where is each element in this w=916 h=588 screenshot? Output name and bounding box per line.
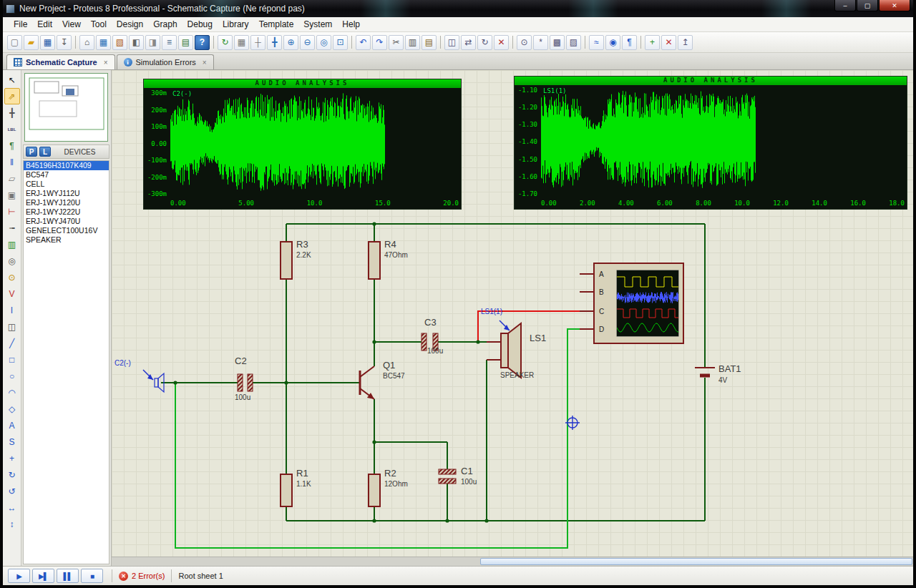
- menu-help[interactable]: Help: [337, 18, 365, 31]
- menu-system[interactable]: System: [298, 18, 337, 31]
- pan-button[interactable]: ╋: [267, 35, 282, 50]
- tab-close-icon[interactable]: ×: [104, 59, 108, 67]
- component-ref[interactable]: LS1: [530, 333, 546, 343]
- zoom-out-button[interactable]: ⊖: [300, 35, 315, 50]
- tape-recorder-mode[interactable]: ◎: [4, 253, 20, 269]
- virtual-instruments-mode[interactable]: ◫: [4, 318, 20, 335]
- buses-mode[interactable]: ‖: [4, 154, 20, 170]
- gerber-viewer-button[interactable]: ◨: [145, 35, 160, 50]
- play-button[interactable]: ▶: [8, 569, 30, 583]
- zoom-in-button[interactable]: ⊕: [283, 35, 298, 50]
- selection-mode[interactable]: ↖: [4, 72, 20, 88]
- pick-parts-button[interactable]: ⊙: [517, 35, 532, 50]
- component-mode[interactable]: ⇗: [4, 88, 20, 104]
- remove-sheet-button[interactable]: ✕: [661, 35, 676, 50]
- tab-schematic-capture[interactable]: Schematic Capture×: [6, 54, 115, 69]
- output-probe[interactable]: [500, 320, 510, 330]
- 3d-visualizer-button[interactable]: ◧: [129, 35, 144, 50]
- component-value[interactable]: 12Ohm: [384, 480, 408, 488]
- resistor-R1[interactable]: [281, 474, 292, 506]
- device-item[interactable]: SPEAKER: [24, 235, 109, 245]
- stop-button[interactable]: ■: [81, 569, 103, 583]
- probe-label[interactable]: LS1(1): [481, 308, 502, 315]
- voltage-probe-mode[interactable]: V: [4, 285, 20, 302]
- wire-to-scope-c[interactable]: [478, 311, 580, 342]
- horizontal-scrollbar[interactable]: [112, 557, 913, 566]
- pause-button[interactable]: ▌▌: [57, 569, 79, 583]
- device-item[interactable]: ERJ-1WYJ470U: [24, 217, 109, 226]
- make-device-button[interactable]: *: [533, 35, 548, 50]
- component-value[interactable]: 47Ohm: [384, 251, 408, 259]
- component-value[interactable]: BC547: [383, 372, 405, 380]
- 2d-circle-mode[interactable]: ○: [4, 368, 20, 384]
- component-value[interactable]: 100u: [427, 347, 443, 355]
- text-script-mode[interactable]: ¶: [4, 137, 20, 154]
- pcb-layout-button[interactable]: ▧: [112, 35, 127, 50]
- exit-to-parent-button[interactable]: ↥: [678, 35, 693, 50]
- device-item[interactable]: B45196H3107K409: [24, 161, 109, 170]
- paste-button[interactable]: ▤: [422, 35, 437, 50]
- 2d-arc-mode[interactable]: ◠: [4, 384, 20, 401]
- component-value[interactable]: 4V: [718, 376, 727, 384]
- schematic-canvas[interactable]: A B C D: [112, 70, 913, 566]
- graph-mode[interactable]: ▥: [4, 236, 20, 253]
- device-item[interactable]: ERJ-1WYJ222U: [24, 207, 109, 217]
- current-probe-mode[interactable]: I: [4, 302, 20, 318]
- block-move-button[interactable]: ⇄: [461, 35, 476, 50]
- undo-button[interactable]: ↶: [356, 35, 371, 50]
- redraw-button[interactable]: ↻: [218, 35, 233, 50]
- resistor-R2[interactable]: [369, 474, 380, 506]
- menu-graph[interactable]: Graph: [148, 18, 182, 31]
- rotate-clockwise[interactable]: ↻: [4, 466, 20, 483]
- close-button[interactable]: ✕: [879, 0, 910, 11]
- menu-tool[interactable]: Tool: [86, 18, 112, 31]
- pick-devices-button[interactable]: P: [26, 147, 37, 157]
- tab-simulation-errors[interactable]: iSimulation Errors×: [117, 54, 214, 69]
- speaker-LS1[interactable]: [487, 323, 521, 378]
- menu-library[interactable]: Library: [218, 18, 254, 31]
- 2d-path-mode[interactable]: ◇: [4, 401, 20, 417]
- import-project-button[interactable]: ↧: [57, 35, 72, 50]
- component-ref[interactable]: Q1: [383, 360, 395, 371]
- component-ref[interactable]: C2: [235, 356, 247, 366]
- block-delete-button[interactable]: ✕: [494, 35, 509, 50]
- tab-close-icon[interactable]: ×: [203, 59, 207, 67]
- menu-design[interactable]: Design: [112, 18, 148, 31]
- component-ref[interactable]: R4: [384, 239, 396, 250]
- zoom-all-button[interactable]: ◎: [316, 35, 331, 50]
- home-page-button[interactable]: ⌂: [79, 35, 94, 50]
- component-ref[interactable]: C3: [424, 317, 437, 328]
- mirror-horizontal[interactable]: ↔: [4, 499, 20, 516]
- 2d-box-mode[interactable]: □: [4, 351, 20, 368]
- subcircuit-mode[interactable]: ▱: [4, 170, 20, 187]
- zoom-area-button[interactable]: ⊡: [333, 35, 348, 50]
- menu-file[interactable]: File: [9, 18, 32, 31]
- rotate-anticlockwise[interactable]: ↺: [4, 483, 20, 499]
- toggle-grid-button[interactable]: ▦: [234, 35, 249, 50]
- component-value[interactable]: 1.1K: [296, 480, 311, 488]
- component-ref[interactable]: R1: [296, 468, 308, 479]
- resistor-R4[interactable]: [369, 242, 380, 279]
- terminals-mode[interactable]: ⊢: [4, 203, 20, 220]
- block-copy-button[interactable]: ◫: [444, 35, 459, 50]
- menu-view[interactable]: View: [57, 18, 86, 31]
- device-pins-mode[interactable]: ╼: [4, 220, 20, 236]
- maximize-button[interactable]: ▢: [857, 0, 878, 11]
- wire-autorouter-button[interactable]: ≈: [589, 35, 604, 50]
- packaging-tool-button[interactable]: ▩: [550, 35, 565, 50]
- component-ref[interactable]: C1: [461, 466, 473, 476]
- component-value[interactable]: 100u: [461, 478, 477, 486]
- 2d-symbol-mode[interactable]: S: [4, 433, 20, 450]
- new-sheet-button[interactable]: +: [645, 35, 660, 50]
- redo-button[interactable]: ↷: [372, 35, 387, 50]
- component-ref[interactable]: R3: [296, 239, 308, 250]
- copy-button[interactable]: ▥: [405, 35, 420, 50]
- titlebar[interactable]: New Project - Proteus 8 Professional - S…: [3, 0, 913, 17]
- new-project-button[interactable]: ▢: [7, 35, 22, 50]
- instant-edit-mode[interactable]: ▣: [4, 187, 20, 203]
- bill-of-materials-button[interactable]: ▤: [178, 35, 193, 50]
- error-count[interactable]: 2 Error(s): [132, 572, 165, 580]
- generator-mode[interactable]: ⊙: [4, 269, 20, 285]
- device-item[interactable]: CELL: [24, 180, 109, 189]
- device-item[interactable]: BC547: [24, 170, 109, 180]
